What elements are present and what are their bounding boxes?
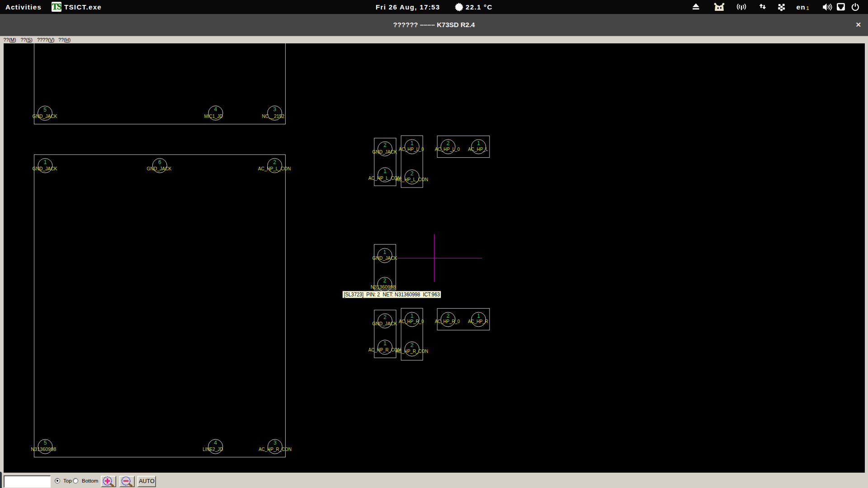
svg-text:2: 2 [383, 142, 387, 148]
svg-text:[SL3723] PIN: 2 NET: N313609: [SL3723] PIN: 2 NET: N31360998 ICT:963 [344, 291, 440, 298]
svg-text:3: 3 [274, 440, 277, 446]
svg-text:3: 3 [273, 106, 276, 113]
svg-text:5: 5 [43, 107, 47, 113]
svg-text:AC_HP_R_0: AC_HP_R_0 [435, 319, 460, 324]
svg-text:1: 1 [477, 313, 480, 319]
svg-text:1: 1 [807, 5, 809, 11]
svg-text:2: 2 [447, 140, 450, 146]
svg-text:MIC1_JD: MIC1_JD [204, 113, 223, 119]
svg-text:6: 6 [158, 159, 161, 165]
svg-text:2: 2 [410, 170, 414, 177]
svg-text:5: 5 [44, 440, 47, 446]
svg-text:LINE2_JD: LINE2_JD [203, 446, 223, 452]
svg-text:1: 1 [477, 140, 480, 146]
svg-text:1: 1 [410, 313, 414, 319]
svg-text:2: 2 [410, 342, 414, 348]
svg-text:AC_HP_L_CON: AC_HP_L_CON [258, 166, 291, 171]
svg-text:2: 2 [383, 314, 387, 320]
svg-text:4: 4 [214, 106, 217, 113]
svg-text:1: 1 [410, 140, 414, 146]
svg-text:AC_HP_L: AC_HP_L [468, 146, 488, 152]
svg-text:GND_JACK: GND_JACK [33, 166, 58, 171]
svg-text:1: 1 [383, 249, 387, 255]
svg-text:2: 2 [447, 313, 450, 319]
svg-text:4: 4 [214, 440, 217, 446]
svg-text:1: 1 [383, 340, 387, 347]
svg-text:GND_JACK: GND_JACK [373, 255, 398, 261]
svg-text:N31360998: N31360998 [31, 446, 56, 452]
svg-text:AC_HP_L_0: AC_HP_L_0 [435, 146, 460, 152]
svg-text:2: 2 [383, 277, 387, 284]
svg-text:AC_HP_L_0: AC_HP_L_0 [399, 146, 424, 152]
svg-text:en: en [797, 3, 806, 11]
svg-text:2: 2 [273, 159, 276, 165]
svg-text:GND_JACK: GND_JACK [372, 149, 397, 155]
svg-text:AC_HP_R_CON: AC_HP_R_CON [259, 446, 292, 452]
svg-text:AC_HP_L_CON: AC_HP_L_CON [396, 177, 428, 182]
svg-text:AC_HP_R: AC_HP_R [468, 319, 488, 324]
svg-text:NC__2152: NC__2152 [262, 113, 284, 119]
svg-text:N31360998: N31360998 [371, 284, 396, 290]
svg-text:1: 1 [383, 168, 387, 174]
svg-text:GND_JACK: GND_JACK [372, 321, 397, 326]
svg-text:AC_HP_R_0: AC_HP_R_0 [399, 319, 424, 324]
svg-text:GND_JACK: GND_JACK [33, 113, 58, 119]
svg-text:GND_JACK: GND_JACK [147, 166, 172, 171]
svg-text:1: 1 [44, 159, 47, 165]
svg-text:AC_HP_R_CON: AC_HP_R_CON [396, 348, 428, 354]
